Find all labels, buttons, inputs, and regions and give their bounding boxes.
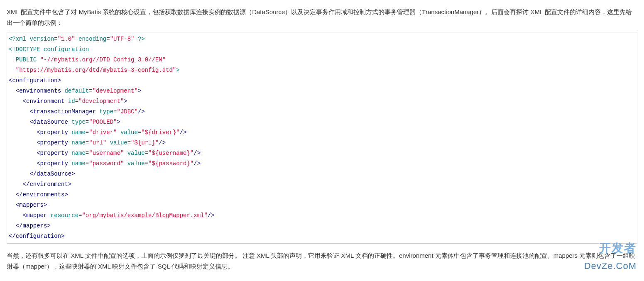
p-username-value-attr: value: [127, 150, 145, 156]
tm-type-val: "JDBC": [117, 108, 137, 115]
p-driver-name-attr: name: [71, 129, 86, 136]
configuration-open: <configuration>: [9, 77, 61, 84]
environment-open: <environment: [23, 98, 65, 105]
doctype-public-str: "-//mybatis.org//DTD Config 3.0//EN": [40, 56, 166, 63]
configuration-close: </configuration>: [9, 233, 64, 239]
mappers-open: <mappers>: [16, 202, 47, 208]
environments-close: </environments>: [16, 191, 68, 198]
doctype-public-kw: PUBLIC: [16, 56, 37, 63]
doctype-close: >: [176, 67, 179, 73]
p-url-name-val: "url": [89, 139, 106, 146]
p-url-name-attr: name: [71, 139, 86, 146]
environments-open-gt: >: [138, 88, 141, 94]
p-password-name-val: "password": [89, 160, 124, 167]
outro-paragraph: 当然，还有很多可以在 XML 文件中配置的选项，上面的示例仅罗列了最关键的部分。…: [7, 250, 637, 271]
resource-val: "org/mybatis/example/BlogMapper.xml": [82, 212, 207, 219]
environments-open: <environments: [16, 88, 61, 94]
p-password-value-attr: value: [127, 160, 145, 167]
p-url-value-val: "${url}": [131, 139, 159, 146]
id-val: "development": [78, 98, 124, 105]
doctype-url-str: "https://mybatis.org/dtd/mybatis-3-confi…: [16, 67, 176, 73]
p-username-name-val: "username": [89, 150, 124, 156]
p-password-selfclose: />: [193, 160, 201, 167]
tm-type-attr: type: [99, 108, 113, 115]
xml-decl-open: <?xml: [9, 36, 26, 42]
environment-close: </environment>: [23, 181, 72, 188]
p-url-value-attr: value: [110, 139, 127, 146]
property-password: <property: [37, 160, 68, 167]
ds-type-attr: type: [71, 119, 86, 125]
datasource-close: </dataSource>: [29, 171, 75, 177]
mapper-tag: <mapper: [23, 212, 47, 219]
p-url-selfclose: />: [159, 139, 166, 146]
doctype-line1: <!DOCTYPE configuration: [9, 46, 89, 53]
datasource-open: <dataSource: [29, 119, 68, 125]
property-url: <property: [37, 139, 68, 146]
xml-decl-version-attr: version: [29, 36, 54, 42]
ds-type-val: "POOLED": [89, 119, 117, 125]
property-driver: <property: [37, 129, 68, 136]
xml-decl-encoding-attr: encoding: [78, 36, 106, 42]
p-username-name-attr: name: [71, 150, 86, 156]
transactionmanager-tag: <transactionManager: [29, 108, 96, 115]
xml-decl-close: ?>: [138, 36, 145, 42]
tm-selfclose: />: [138, 108, 145, 115]
intro-paragraph: XML 配置文件中包含了对 MyBatis 系统的核心设置，包括获取数据库连接实…: [7, 7, 637, 28]
mapper-selfclose: />: [208, 212, 215, 219]
resource-attr: resource: [51, 212, 78, 219]
default-attr: default: [64, 88, 89, 94]
property-username: <property: [37, 150, 68, 156]
p-driver-value-val: "${driver}": [141, 129, 179, 136]
xml-decl-version-val: "1.0": [58, 36, 75, 42]
p-driver-selfclose: />: [180, 129, 187, 136]
p-username-value-val: "${username}": [148, 150, 193, 156]
environment-open-gt: >: [124, 98, 127, 105]
xml-config-code-block: <?xml version="1.0" encoding="UTF-8" ?> …: [7, 32, 637, 244]
id-attr: id: [68, 98, 75, 105]
datasource-open-gt: >: [117, 119, 120, 125]
default-val: "development": [93, 88, 138, 94]
p-driver-name-val: "driver": [89, 129, 117, 136]
p-driver-value-attr: value: [120, 129, 138, 136]
p-password-name-attr: name: [71, 160, 86, 167]
xml-decl-encoding-val: "UTF-8": [110, 36, 135, 42]
mappers-close: </mappers>: [16, 222, 51, 229]
p-password-value-val: "${password}": [148, 160, 193, 167]
p-username-selfclose: />: [193, 150, 201, 156]
